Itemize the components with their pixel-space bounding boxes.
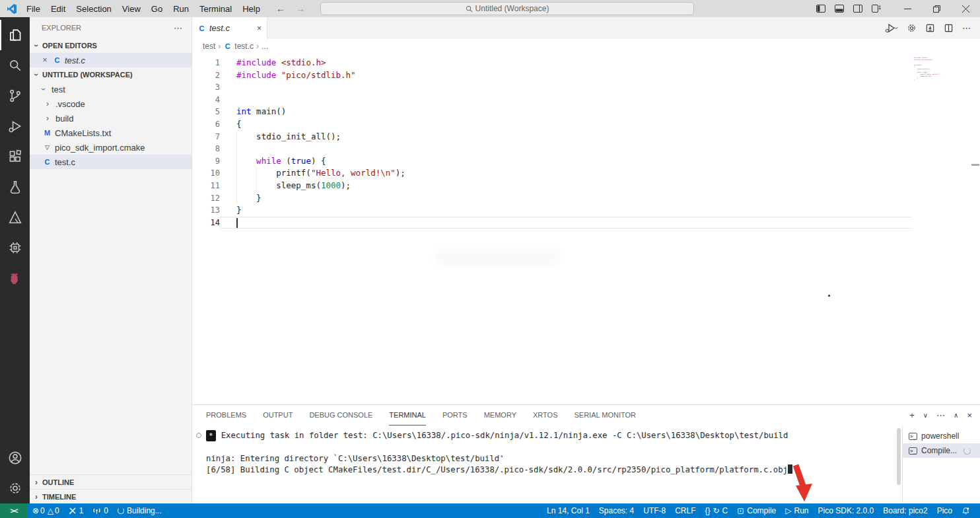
gear-icon[interactable]	[907, 23, 917, 33]
tasks-indicator[interactable]: 1	[64, 503, 88, 518]
tree-item--vscode[interactable]: ›.vscode	[30, 96, 192, 111]
maximize-panel-icon[interactable]: ∧	[954, 412, 958, 419]
explorer-icon[interactable]	[0, 20, 30, 50]
panel-tab-memory[interactable]: MEMORY	[484, 405, 516, 426]
tree-item-test-c[interactable]: Ctest.c	[30, 155, 192, 169]
open-editor-label: test.c	[65, 56, 85, 65]
command-center-search[interactable]: Untitled (Workspace)	[320, 2, 694, 15]
explorer-more-actions-icon[interactable]: ⋯	[174, 23, 182, 33]
menu-selection[interactable]: Selection	[71, 4, 116, 14]
close-tab-icon[interactable]: ×	[257, 24, 262, 33]
panel-more-icon[interactable]: ⋯	[936, 410, 945, 420]
code-editor[interactable]: 1#include <stdio.h>2#include "pico/stdli…	[192, 54, 980, 404]
close-panel-icon[interactable]: ×	[967, 410, 972, 420]
tree-item-test[interactable]: ›test	[30, 82, 192, 96]
task-badge: *	[206, 430, 216, 441]
toggle-sidebar-icon[interactable]	[816, 5, 825, 13]
customize-layout-icon[interactable]	[872, 5, 881, 13]
pico-sdk-version[interactable]: Pico SDK: 2.0.0	[814, 503, 879, 518]
antenna-icon	[92, 507, 101, 515]
menu-run[interactable]: Run	[168, 4, 194, 14]
run-or-debug-icon[interactable]	[885, 23, 898, 33]
menu-edit[interactable]: Edit	[46, 4, 71, 14]
editor-area: C test.c × ⋯ test › C test.c › ...	[192, 17, 980, 503]
tree-item-pico-sdk-import-cmake[interactable]: ▽pico_sdk_import.cmake	[30, 140, 192, 155]
panel-tab-debug-console[interactable]: DEBUG CONSOLE	[309, 405, 372, 426]
compile-button[interactable]: Compile	[732, 503, 781, 518]
menu-view[interactable]: View	[117, 4, 146, 14]
run-button[interactable]: ▷ Run	[781, 503, 813, 518]
close-editor-icon[interactable]: ×	[40, 56, 50, 65]
restore-button[interactable]	[922, 0, 951, 17]
panel-tab-output[interactable]: OUTPUT	[263, 405, 293, 426]
new-terminal-icon[interactable]: +	[909, 410, 915, 420]
tab-testc[interactable]: C test.c ×	[192, 17, 267, 39]
search-icon	[466, 5, 473, 13]
tree-item-build[interactable]: ›build	[30, 111, 192, 126]
panel-tab-terminal[interactable]: TERMINAL	[389, 405, 426, 426]
line-number: 13	[192, 204, 220, 217]
vscode-logo-icon	[6, 3, 17, 15]
chevron-right-icon: ›	[32, 492, 41, 501]
code-line: 5int main()	[192, 106, 911, 118]
tree-item-cmakelists-txt[interactable]: MCMakeLists.txt	[30, 126, 192, 140]
account-icon[interactable]	[0, 443, 30, 473]
board-selector[interactable]: Board: pico2	[878, 503, 932, 518]
chevron-right-icon: ›	[43, 114, 52, 123]
breadcrumb: test › C test.c › ...	[192, 39, 980, 54]
terminal-dropdown-icon[interactable]: ∨	[923, 412, 928, 419]
error-icon: ⊗	[32, 506, 39, 515]
menu-go[interactable]: Go	[146, 4, 168, 14]
close-window-button[interactable]	[951, 0, 980, 17]
timeline-section[interactable]: › TIMELINE	[30, 489, 192, 503]
panel-tab-ports[interactable]: PORTS	[442, 405, 468, 426]
terminal-list-item-compile-[interactable]: >_Compile...	[903, 443, 980, 458]
indentation[interactable]: Spaces: 4	[594, 503, 639, 518]
settings-gear-icon[interactable]	[0, 473, 30, 503]
minimap[interactable]: #include <stdio.h>#include "pico/stdlib.…	[914, 57, 972, 83]
pico-menu[interactable]: Pico	[932, 503, 957, 518]
menu-terminal[interactable]: Terminal	[194, 4, 237, 14]
ports-indicator[interactable]: 0	[88, 503, 113, 518]
menu-help[interactable]: Help	[237, 4, 265, 14]
flash-download-icon[interactable]	[925, 23, 935, 33]
panel-tab-problems[interactable]: PROBLEMS	[206, 405, 246, 426]
run-debug-icon[interactable]	[0, 111, 30, 141]
workspace-section[interactable]: › UNTITLED (WORKSPACE)	[30, 67, 192, 82]
cursor-position[interactable]: Ln 14, Col 1	[542, 503, 594, 518]
panel-tab-serial-monitor[interactable]: SERIAL MONITOR	[574, 405, 636, 426]
building-status[interactable]: Building...	[113, 503, 166, 518]
open-editors-section[interactable]: › OPEN EDITORS	[30, 38, 192, 53]
notifications-bell[interactable]	[957, 503, 975, 518]
back-arrow-icon[interactable]: ←	[276, 3, 285, 14]
terminal-list-item-powershell[interactable]: >_powershell	[903, 429, 980, 443]
terminal-scrollbar[interactable]	[895, 426, 902, 503]
code-line: 8	[192, 143, 911, 155]
testing-flask-icon[interactable]	[0, 172, 30, 202]
remote-indicator[interactable]: ><	[0, 503, 28, 518]
panel-tab-xrtos[interactable]: XRTOS	[533, 405, 558, 426]
raspberry-pi-icon[interactable]	[0, 263, 30, 293]
memory-chip-icon[interactable]	[0, 233, 30, 263]
outline-section[interactable]: › OUTLINE	[30, 474, 192, 489]
menu-file[interactable]: File	[21, 4, 46, 14]
breadcrumb-symbol[interactable]: ...	[262, 42, 268, 51]
cmake-icon[interactable]	[0, 202, 30, 233]
extensions-icon[interactable]	[0, 141, 30, 172]
open-editor-item-testc[interactable]: × C test.c	[30, 53, 192, 67]
encoding[interactable]: UTF-8	[639, 503, 670, 518]
minimize-button[interactable]	[893, 0, 922, 17]
toggle-secondary-sidebar-icon[interactable]	[853, 5, 862, 13]
toggle-panel-icon[interactable]	[835, 5, 844, 13]
eol-sequence[interactable]: CRLF	[670, 503, 700, 518]
status-bar: >< ⊗0 △0 1 0 Building... Ln 14, Col 1 Sp…	[0, 503, 980, 518]
breadcrumb-folder[interactable]: test	[203, 42, 215, 51]
language-mode[interactable]: {} ↻ C	[701, 503, 733, 518]
breadcrumb-file[interactable]: test.c	[234, 42, 254, 51]
more-actions-icon[interactable]: ⋯	[962, 23, 971, 33]
split-editor-icon[interactable]	[944, 23, 954, 33]
source-control-icon[interactable]	[0, 81, 30, 111]
forward-arrow-icon[interactable]: →	[296, 3, 305, 14]
search-icon[interactable]	[0, 50, 30, 81]
problems-indicator[interactable]: ⊗0 △0	[28, 503, 64, 518]
